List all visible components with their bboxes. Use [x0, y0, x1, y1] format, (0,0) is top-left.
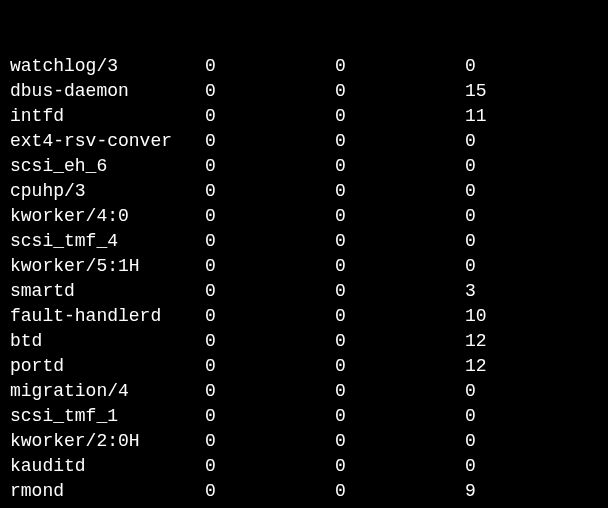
value-col-2: 0 [335, 354, 465, 379]
value-col-1: 0 [205, 154, 335, 179]
table-row: intfd0011 [10, 104, 598, 129]
value-col-1: 0 [205, 479, 335, 504]
value-col-1: 0 [205, 179, 335, 204]
process-name: cpuhp/3 [10, 179, 205, 204]
value-col-2: 0 [335, 79, 465, 104]
value-col-1: 0 [205, 404, 335, 429]
value-col-2: 0 [335, 204, 465, 229]
table-row: watchlog/3000 [10, 54, 598, 79]
process-name: migration/4 [10, 379, 205, 404]
table-row: migration/4000 [10, 379, 598, 404]
process-name: btd [10, 329, 205, 354]
value-col-2: 0 [335, 329, 465, 354]
table-row: rmond009 [10, 479, 598, 504]
value-col-3: 12 [465, 329, 595, 354]
value-col-2: 0 [335, 454, 465, 479]
process-name: dbus-daemon [10, 79, 205, 104]
table-row: smartd003 [10, 279, 598, 304]
process-name: certmgr [10, 504, 205, 508]
value-col-3: 0 [465, 204, 595, 229]
value-col-1: 0 [205, 104, 335, 129]
value-col-3: 10 [465, 304, 595, 329]
value-col-2: 0 [335, 229, 465, 254]
value-col-1: 0 [205, 79, 335, 104]
process-name: rmond [10, 479, 205, 504]
value-col-2: 0 [335, 479, 465, 504]
value-col-2: 0 [335, 304, 465, 329]
value-col-2: 0 [335, 279, 465, 304]
process-name: kworker/5:1H [10, 254, 205, 279]
value-col-3: 0 [465, 179, 595, 204]
process-name: portd [10, 354, 205, 379]
value-col-2: 0 [335, 129, 465, 154]
table-row: scsi_tmf_1000 [10, 404, 598, 429]
terminal-output: watchlog/3000dbus-daemon0015intfd0011ext… [0, 0, 608, 508]
value-col-1: 0 [205, 379, 335, 404]
table-row: dbus-daemon0015 [10, 79, 598, 104]
value-col-3: 15 [465, 79, 595, 104]
process-table: watchlog/3000dbus-daemon0015intfd0011ext… [10, 54, 598, 508]
process-name: ext4-rsv-conver [10, 129, 205, 154]
value-col-3: 0 [465, 229, 595, 254]
table-row: fault-handlerd0010 [10, 304, 598, 329]
process-name: kworker/2:0H [10, 429, 205, 454]
value-col-3: 0 [465, 379, 595, 404]
table-row: kworker/4:0000 [10, 204, 598, 229]
table-row: cpuhp/3000 [10, 179, 598, 204]
value-col-3: 3 [465, 279, 595, 304]
value-col-2: 0 [335, 179, 465, 204]
value-col-2: 0 [335, 429, 465, 454]
value-col-2: 0 [335, 404, 465, 429]
value-col-1: 0 [205, 329, 335, 354]
value-col-1: 0 [205, 54, 335, 79]
value-col-2: 0 [335, 254, 465, 279]
value-col-3: 0 [465, 129, 595, 154]
value-col-3: 12 [465, 354, 595, 379]
value-col-3: 9 [465, 479, 595, 504]
value-col-1: 0 [205, 454, 335, 479]
table-row: kauditd000 [10, 454, 598, 479]
process-name: smartd [10, 279, 205, 304]
value-col-2: 0 [335, 379, 465, 404]
value-col-1: 0 [205, 129, 335, 154]
value-col-3: 0 [465, 404, 595, 429]
table-row: kworker/5:1H000 [10, 254, 598, 279]
value-col-1: 0 [205, 254, 335, 279]
table-row: kworker/2:0H000 [10, 429, 598, 454]
process-name: kworker/4:0 [10, 204, 205, 229]
value-col-1: 0 [205, 279, 335, 304]
process-name: fault-handlerd [10, 304, 205, 329]
process-name: scsi_tmf_1 [10, 404, 205, 429]
value-col-3: 13 [465, 504, 595, 508]
value-col-2: 0 [335, 154, 465, 179]
table-row: scsi_eh_6000 [10, 154, 598, 179]
value-col-3: 0 [465, 454, 595, 479]
value-col-2: 0 [335, 504, 465, 508]
table-row: portd0012 [10, 354, 598, 379]
table-row: btd0012 [10, 329, 598, 354]
process-name: intfd [10, 104, 205, 129]
value-col-3: 0 [465, 154, 595, 179]
process-name: kauditd [10, 454, 205, 479]
value-col-1: 0 [205, 504, 335, 508]
value-col-1: 0 [205, 204, 335, 229]
value-col-1: 0 [205, 304, 335, 329]
process-name: scsi_eh_6 [10, 154, 205, 179]
value-col-3: 0 [465, 254, 595, 279]
value-col-2: 0 [335, 54, 465, 79]
value-col-1: 0 [205, 229, 335, 254]
process-name: scsi_tmf_4 [10, 229, 205, 254]
value-col-3: 0 [465, 54, 595, 79]
value-col-3: 11 [465, 104, 595, 129]
value-col-2: 0 [335, 104, 465, 129]
table-row: scsi_tmf_4000 [10, 229, 598, 254]
value-col-3: 0 [465, 429, 595, 454]
value-col-1: 0 [205, 429, 335, 454]
table-row: ext4-rsv-conver000 [10, 129, 598, 154]
table-row: certmgr0013 [10, 504, 598, 508]
value-col-1: 0 [205, 354, 335, 379]
process-name: watchlog/3 [10, 54, 205, 79]
